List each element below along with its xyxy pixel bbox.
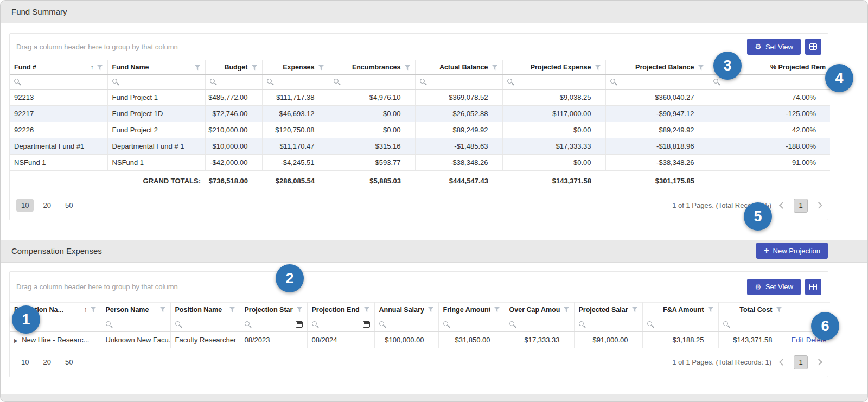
col-header-fund-name[interactable]: Fund Name — [107, 60, 205, 75]
next-page-icon[interactable] — [815, 202, 822, 209]
page-size-50[interactable]: 50 — [60, 356, 78, 368]
filter-funnel-icon[interactable] — [90, 307, 97, 312]
filter-funnel-icon[interactable] — [296, 307, 303, 312]
col-header-budget[interactable]: Budget — [205, 60, 262, 75]
page-size-20[interactable]: 20 — [38, 356, 55, 368]
filter-funnel-icon[interactable] — [363, 307, 370, 312]
filter-over-cap-amount-input[interactable] — [505, 317, 574, 331]
filter-funnel-icon[interactable] — [318, 65, 324, 71]
next-page-icon[interactable] — [815, 359, 822, 366]
filter-annual-salary-input[interactable] — [374, 317, 438, 331]
prev-page-icon[interactable] — [779, 359, 786, 366]
export-button[interactable] — [805, 39, 821, 55]
search-icon — [245, 321, 251, 328]
new-projection-button[interactable]: + New Projection — [756, 243, 828, 259]
compensation-grid-toolbar: Drag a column header here to group by th… — [10, 272, 828, 302]
filter-projected-expense-input[interactable] — [502, 75, 605, 90]
filter-projection-end-input[interactable] — [307, 317, 374, 331]
total-encumbrances: $5,885.03 — [329, 171, 415, 192]
grants-dashboard-page: Fund Summary Drag a column header here t… — [0, 0, 868, 402]
col-header-annual-salary[interactable]: Annual Salary — [374, 302, 438, 317]
filter-position-name-input[interactable] — [170, 317, 240, 331]
filter-funnel-icon[interactable] — [698, 65, 704, 71]
fund-row[interactable]: 92226 Fund Project 2 $210,000.00 $120,75… — [10, 122, 830, 138]
col-header-projected-salary[interactable]: Projected Salary — [574, 302, 642, 317]
filter-funnel-icon[interactable] — [563, 307, 570, 312]
cell: ▶New Hire - Researc... — [10, 331, 101, 348]
set-view-button[interactable]: ⚙ Set View — [747, 279, 801, 295]
search-icon — [443, 321, 450, 328]
calendar-icon[interactable] — [363, 321, 370, 328]
cell: $117,000.00 — [502, 106, 605, 122]
filter-funnel-icon[interactable] — [427, 307, 434, 312]
filter-fringe-amount-input[interactable] — [438, 317, 505, 331]
col-header-projected-balance[interactable]: Projected Balance — [605, 60, 709, 75]
filter-funnel-icon[interactable] — [707, 307, 714, 312]
compensation-title: Compensation Expenses — [11, 246, 102, 256]
col-header-projected-expense[interactable]: Projected Expense — [502, 60, 605, 75]
page-size-10[interactable]: 10 — [16, 356, 34, 368]
filter-funnel-icon[interactable] — [251, 65, 258, 71]
filter-funnel-icon[interactable] — [229, 307, 235, 312]
col-header-person-name[interactable]: Person Name — [101, 302, 170, 317]
set-view-button[interactable]: ⚙ Set View — [747, 39, 801, 55]
col-header-actual-balance[interactable]: Actual Balance — [415, 60, 502, 75]
filter-projected-balance-input[interactable] — [605, 75, 709, 90]
filter-funnel-icon[interactable] — [492, 65, 498, 71]
total-projected-balance: $301,175.85 — [605, 171, 709, 192]
current-page-button[interactable]: 1 — [794, 355, 808, 369]
col-header-total-cost[interactable]: Total Cost — [718, 302, 787, 317]
page-size-50[interactable]: 50 — [60, 199, 78, 212]
col-header-fringe-amount[interactable]: Fringe Amount — [438, 302, 505, 317]
filter-expenses-input[interactable] — [262, 75, 329, 90]
compensation-grid-footer: 10 20 50 1 of 1 Pages. (Total Records: 1… — [10, 348, 828, 377]
expand-row-icon[interactable]: ▶ — [14, 338, 17, 344]
filter-projected-salary-input[interactable] — [574, 317, 642, 331]
compensation-section-bar: Compensation Expenses + New Projection — [1, 240, 867, 263]
fund-row[interactable]: 92213 Fund Project 1 $485,772.00 $111,71… — [10, 90, 830, 106]
filter-total-cost-input[interactable] — [718, 317, 787, 331]
filter-fund-name-input[interactable] — [107, 75, 205, 90]
col-header-over-cap-amount[interactable]: Over Cap Amount — [505, 302, 574, 317]
cell: $0.00 — [502, 155, 605, 171]
cell: $9,038.25 — [502, 90, 605, 106]
filter-funnel-icon[interactable] — [494, 307, 500, 312]
filter-person-name-input[interactable] — [101, 317, 170, 331]
filter-funnel-icon[interactable] — [97, 65, 103, 71]
filter-funnel-icon[interactable] — [159, 307, 166, 312]
col-header-projection-start[interactable]: Projection Start ... — [240, 302, 307, 317]
col-header-expenses[interactable]: Expenses — [262, 60, 329, 75]
current-page-button[interactable]: 1 — [794, 199, 808, 213]
fund-row[interactable]: NSFund 1 NSFund 1 -$42,000.00 -$4,245.51… — [10, 155, 830, 171]
annotation-badge-6: 6 — [811, 312, 839, 340]
fund-row[interactable]: Departmental Fund #1 Departmental Fund #… — [10, 138, 830, 155]
projection-row[interactable]: ▶New Hire - Researc... Unknown New Facu.… — [10, 331, 830, 348]
calendar-icon[interactable] — [296, 321, 303, 328]
filter-funnel-icon[interactable] — [595, 65, 601, 71]
filter-fund-number-input[interactable] — [10, 75, 107, 90]
col-header-projection-end[interactable]: Projection End (... — [307, 302, 374, 317]
filter-projection-start-input[interactable] — [240, 317, 307, 331]
fund-row[interactable]: 92217 Fund Project 1D $72,746.00 $46,693… — [10, 106, 830, 122]
filter-funnel-icon[interactable] — [404, 65, 411, 71]
fund-summary-title: Fund Summary — [11, 7, 67, 16]
filter-funnel-icon[interactable] — [631, 307, 638, 312]
page-size-10[interactable]: 10 — [16, 199, 34, 212]
search-icon — [507, 79, 514, 85]
fund-summary-table: Fund #↑ Fund Name Budget Expenses Encumb… — [10, 60, 830, 192]
export-button[interactable] — [805, 279, 821, 295]
filter-encumbrances-input[interactable] — [329, 75, 415, 90]
col-header-encumbrances[interactable]: Encumbrances — [329, 60, 415, 75]
cell: Faculty Researcher — [170, 331, 240, 348]
filter-budget-input[interactable] — [205, 75, 262, 90]
page-size-20[interactable]: 20 — [38, 199, 55, 212]
col-header-fund-number[interactable]: Fund #↑ — [10, 60, 107, 75]
edit-link[interactable]: Edit — [792, 336, 803, 344]
filter-actual-balance-input[interactable] — [415, 75, 502, 90]
filter-fa-amount-input[interactable] — [642, 317, 718, 331]
filter-funnel-icon[interactable] — [194, 65, 201, 71]
col-header-position-name[interactable]: Position Name — [170, 302, 240, 317]
filter-funnel-icon[interactable] — [776, 307, 782, 312]
col-header-fa-amount[interactable]: F&A Amount — [642, 302, 718, 317]
prev-page-icon[interactable] — [779, 202, 786, 209]
